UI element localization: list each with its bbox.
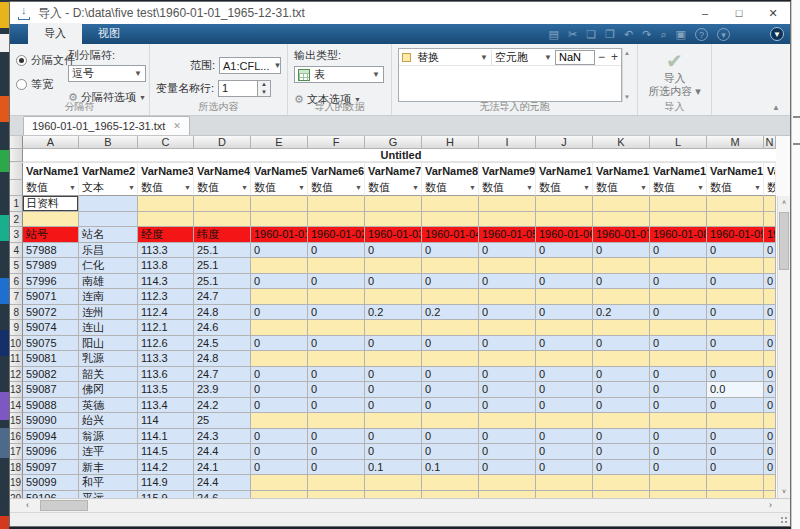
grid-cell[interactable]: 连山 (79, 320, 138, 336)
grid-cell[interactable] (536, 258, 593, 274)
dropdown-icon[interactable]: ▾ (717, 28, 730, 41)
grid-cell[interactable]: 0 (650, 444, 707, 460)
varname-header[interactable]: VarName4 (194, 163, 251, 180)
grid-cell[interactable] (764, 351, 776, 367)
grid-cell[interactable]: 0 (251, 336, 308, 352)
grid-cell[interactable] (479, 196, 536, 212)
grid-cell[interactable]: 59096 (23, 444, 79, 460)
vscroll-thumb[interactable] (779, 212, 789, 270)
grid-cell[interactable]: 0 (764, 336, 776, 352)
grid-cell[interactable]: 连州 (79, 305, 138, 321)
grid-cell[interactable]: 0 (764, 305, 776, 321)
grid-cell[interactable]: 59071 (23, 289, 79, 305)
grid-cell[interactable]: 0 (650, 382, 707, 398)
grid-cell[interactable] (365, 258, 422, 274)
grid-cell[interactable]: 0 (365, 398, 422, 414)
varname-header[interactable]: VarName10 (536, 163, 593, 180)
spinner-arrows[interactable]: ▲▼ (258, 80, 271, 97)
grid-cell[interactable]: 0 (479, 367, 536, 383)
grid-cell[interactable] (422, 289, 479, 305)
row-number[interactable]: 6 (10, 274, 23, 290)
grid-cell[interactable]: 114.9 (138, 475, 194, 491)
grid-cell[interactable] (365, 212, 422, 228)
grid-cell[interactable]: 0 (422, 274, 479, 290)
grid-cell[interactable] (650, 351, 707, 367)
grid-cell[interactable]: 114.5 (138, 444, 194, 460)
grid-cell[interactable]: 24.4 (194, 475, 251, 491)
grid-cell[interactable]: 0 (251, 398, 308, 414)
grid-cell[interactable]: 纬度 (194, 227, 251, 243)
grid-cell[interactable]: 59088 (23, 398, 79, 414)
grid-cell[interactable]: 1960-01-10 (764, 227, 776, 243)
grid-cell[interactable]: 113.6 (138, 367, 194, 383)
grid-cell[interactable] (422, 320, 479, 336)
grid-cell[interactable]: 0 (650, 243, 707, 259)
row-number[interactable]: 18 (10, 460, 23, 476)
grid-cell[interactable]: 24.5 (194, 336, 251, 352)
grid-cell[interactable]: 59097 (23, 460, 79, 476)
grid-cell[interactable]: 南雄 (79, 274, 138, 290)
tab-import[interactable]: 导入 (28, 23, 82, 44)
chevron-down-icon[interactable]: ▼ (583, 184, 592, 191)
grid-cell[interactable]: 0 (707, 305, 764, 321)
grid-cell[interactable] (764, 413, 776, 429)
grid-cell[interactable] (308, 289, 365, 305)
minimize-button[interactable]: – (688, 2, 722, 24)
grid-cell[interactable]: 1960-01-05 (479, 227, 536, 243)
row-number[interactable]: 3 (10, 227, 23, 243)
grid-cell[interactable] (365, 491, 422, 499)
grid-cell[interactable] (650, 212, 707, 228)
grid-cell[interactable]: 112.1 (138, 320, 194, 336)
grid-cell[interactable]: 0 (308, 305, 365, 321)
grid-cell[interactable] (707, 351, 764, 367)
grid-cell[interactable]: 0 (764, 367, 776, 383)
grid-cell[interactable]: 113.5 (138, 382, 194, 398)
window-icon[interactable]: ▣ (676, 24, 686, 44)
grid-cell[interactable]: 和平 (79, 475, 138, 491)
grid-cell[interactable]: 0 (251, 274, 308, 290)
grid-cell[interactable]: 0 (707, 444, 764, 460)
grid-cell[interactable]: 59099 (23, 475, 79, 491)
column-type-dropdown[interactable]: 数值▼ (194, 180, 251, 196)
grid-cell[interactable]: 0 (365, 444, 422, 460)
grid-cell[interactable]: 1960-01-08 (650, 227, 707, 243)
grid-cell[interactable] (308, 491, 365, 499)
grid-cell[interactable]: 0 (650, 336, 707, 352)
column-header-I[interactable]: I (479, 136, 536, 149)
grid-cell[interactable]: 24.3 (194, 429, 251, 445)
grid-cell[interactable] (764, 491, 776, 499)
row-number[interactable]: 20 (10, 491, 23, 499)
grid-cell[interactable] (479, 413, 536, 429)
range-combo[interactable]: A1:CFL...▼ (219, 57, 281, 74)
grid-cell[interactable] (593, 196, 650, 212)
grid-cell[interactable]: 1960-01-07 (593, 227, 650, 243)
column-header-J[interactable]: J (536, 136, 593, 149)
grid-cell[interactable] (422, 212, 479, 228)
grid-cell[interactable]: 0.1 (365, 460, 422, 476)
grid-cell[interactable]: 59094 (23, 429, 79, 445)
column-header-N[interactable]: N (764, 136, 776, 149)
grid-cell[interactable]: 0 (308, 367, 365, 383)
grid-cell[interactable]: 0 (593, 398, 650, 414)
grid-cell[interactable]: 0 (707, 336, 764, 352)
chevron-down-icon[interactable]: ▼ (697, 184, 706, 191)
grid-cell[interactable] (707, 258, 764, 274)
grid-cell[interactable]: 0 (308, 336, 365, 352)
grid-cell[interactable] (536, 413, 593, 429)
grid-cell[interactable]: 113.3 (138, 243, 194, 259)
maximize-button[interactable]: □ (722, 2, 756, 24)
grid-cell[interactable]: 24.8 (194, 305, 251, 321)
grid-cell[interactable]: 0 (308, 398, 365, 414)
help-icon[interactable]: ? (695, 28, 708, 41)
grid-cell[interactable] (536, 491, 593, 499)
paste-icon[interactable]: ❐ (605, 24, 615, 44)
grid-cell[interactable] (707, 196, 764, 212)
grid-cell[interactable] (251, 413, 308, 429)
grid-cell[interactable]: 1960-01-04 (422, 227, 479, 243)
grid-cell[interactable]: 1960-01-06 (536, 227, 593, 243)
grid-cell[interactable] (365, 351, 422, 367)
grid-cell[interactable]: 乐昌 (79, 243, 138, 259)
grid-cell[interactable]: 24.1 (194, 460, 251, 476)
grid-cell[interactable] (650, 491, 707, 499)
column-type-dropdown[interactable]: 数值▼ (365, 180, 422, 196)
